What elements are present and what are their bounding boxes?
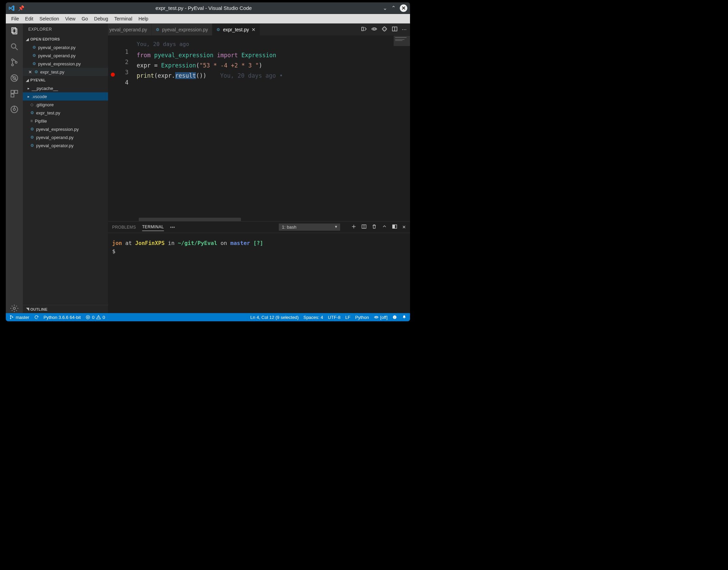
status-cursor[interactable]: Ln 4, Col 12 (9 selected) [251,315,299,320]
folder-item-selected[interactable]: ▸ .vscode [23,92,108,101]
activity-scm-icon[interactable] [10,58,19,67]
python-file-icon: ⚙ [216,27,220,32]
close-window-button[interactable]: ✕ [400,4,407,12]
status-bell-icon[interactable] [402,315,407,320]
menu-terminal[interactable]: Terminal [111,15,135,22]
file-item[interactable]: ⚙ pyeval_operand.py [23,133,108,141]
menu-debug[interactable]: Debug [91,15,111,22]
status-lang[interactable]: Python [355,315,369,320]
sidebar: EXPLORER ◢ OPEN EDITORS ⚙ pyeval_operato… [23,24,108,313]
tab-expression[interactable]: ⚙ pyeval_expression.py [152,24,213,35]
svg-point-29 [12,317,13,318]
file-item[interactable]: ⚙ pyeval_operator.py [23,141,108,150]
file-label: pyeval_operand.py [36,135,74,140]
activity-search-icon[interactable] [10,42,19,51]
compare-icon[interactable] [361,26,367,33]
file-label: .gitignore [35,102,54,107]
svg-point-36 [394,317,394,317]
svg-rect-10 [11,90,14,93]
activity-explorer-icon[interactable] [10,26,19,36]
panel-tab-problems[interactable]: PROBLEMS [112,224,136,231]
minimize-button[interactable]: ⌄ [383,5,387,11]
activity-gitlens-icon[interactable] [10,105,19,114]
terminal[interactable]: jon at JonFinXPS in ~/git/PyEval on mast… [108,233,410,313]
svg-rect-1 [13,29,17,34]
activity-debug-icon[interactable] [10,73,19,83]
python-file-icon: ⚙ [32,45,36,50]
file-item[interactable]: ⚙ pyeval_expression.py [23,125,108,133]
panel-tab-terminal[interactable]: TERMINAL [142,223,164,231]
glyph-margin[interactable] [108,36,118,221]
maximize-panel-icon[interactable] [382,224,387,230]
status-liveshare[interactable]: [off] [374,315,388,320]
menu-view[interactable]: View [62,15,78,22]
editor-group: yeval_operand.py ⚙ pyeval_expression.py … [108,24,410,313]
menu-file[interactable]: File [9,15,22,22]
menu-go[interactable]: Go [79,15,91,22]
folder-item[interactable]: ▸ __pycache__ [23,84,108,92]
minimap-slider[interactable] [394,36,410,46]
editor-scrollbar[interactable] [139,218,241,221]
svg-point-35 [393,315,397,319]
status-eol[interactable]: LF [345,315,350,320]
maximize-button[interactable]: ⌃ [391,5,396,11]
python-file-icon: ⚙ [32,53,36,58]
menu-edit[interactable]: Edit [22,15,36,22]
file-item[interactable]: ⚙ expr_test.py [23,109,108,117]
file-item[interactable]: ≡ Pipfile [23,117,108,125]
open-editor-item[interactable]: ⚙ pyeval_operator.py [23,43,108,51]
status-spaces[interactable]: Spaces: 4 [303,315,323,320]
split-editor-icon[interactable] [392,26,398,33]
status-python[interactable]: Python 3.6.6 64-bit [44,315,81,320]
more-icon[interactable]: ⋯ [402,27,407,32]
diff-icon[interactable] [381,26,388,33]
new-terminal-icon[interactable] [351,224,357,230]
status-sync-icon[interactable] [34,315,39,320]
open-editor-item-active[interactable]: ✕ ⚙ expr_test.py [23,68,108,76]
tab-operand[interactable]: yeval_operand.py [108,24,152,35]
tab-close-icon[interactable]: ✕ [252,27,256,32]
code-content[interactable]: You, 20 days ago from pyeval_expression … [133,36,410,221]
code-editor[interactable]: 1 2 3 4 You, 20 days ago from pyeval_exp… [108,36,410,221]
menu-selection[interactable]: Selection [37,15,62,22]
svg-point-28 [10,318,11,319]
menu-help[interactable]: Help [136,15,151,22]
terminal-selector[interactable]: 1: bash [279,224,340,231]
status-feedback-icon[interactable] [392,315,397,320]
section-outline[interactable]: ◢ OUTLINE [23,305,108,313]
line-number-active: 4 [118,77,128,88]
section-project[interactable]: ◢ PYEVAL [23,76,108,84]
status-encoding[interactable]: UTF-8 [328,315,340,320]
status-problems[interactable]: 0 0 [86,315,105,320]
file-label: pyeval_expression.py [38,61,81,66]
open-editor-item[interactable]: ⚙ pyeval_operand.py [23,51,108,60]
close-panel-icon[interactable]: ✕ [402,225,406,230]
svg-point-27 [10,315,11,316]
section-open-editors[interactable]: ◢ OPEN EDITORS [23,35,108,43]
titlebar[interactable]: 📌 expr_test.py - PyEval - Visual Studio … [6,2,410,14]
close-icon[interactable]: ✕ [28,70,32,75]
minimap[interactable] [394,36,410,221]
gitlens-toggle-icon[interactable] [371,26,377,33]
open-editor-item[interactable]: ⚙ pyeval_expression.py [23,60,108,68]
toggle-panel-icon[interactable] [392,224,397,230]
panel-overflow-icon[interactable]: ••• [170,225,175,230]
breakpoint-icon[interactable] [111,73,115,77]
activity-settings-icon[interactable] [10,304,19,313]
tab-label: expr_test.py [223,27,249,32]
line-numbers: 1 2 3 4 [118,36,133,221]
tab-label: yeval_operand.py [109,27,147,32]
python-file-icon: ⚙ [30,127,34,132]
activity-bar [6,24,23,313]
svg-point-4 [12,59,13,61]
activity-extensions-icon[interactable] [10,89,19,98]
file-item[interactable]: ◇ .gitignore [23,101,108,109]
svg-line-3 [15,48,18,50]
kill-terminal-icon[interactable] [371,224,377,230]
svg-point-5 [12,64,13,66]
pin-icon[interactable]: 📌 [18,5,25,11]
line-number: 2 [118,57,128,67]
tab-exprtest[interactable]: ⚙ expr_test.py ✕ [212,24,260,35]
split-terminal-icon[interactable] [361,224,367,230]
status-branch[interactable]: master [9,315,29,320]
